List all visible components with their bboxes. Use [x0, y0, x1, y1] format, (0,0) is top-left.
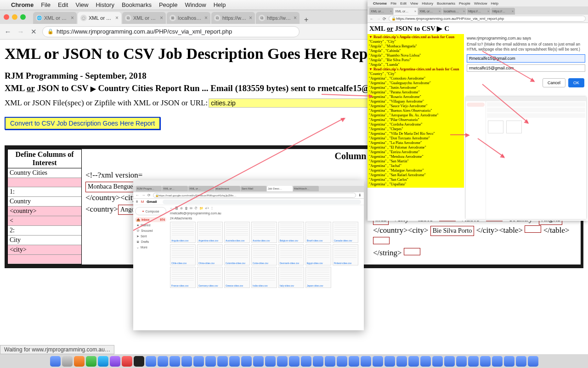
spam-icon[interactable]: ⊘ [180, 207, 183, 210]
unread-icon[interactable]: ✉ [190, 207, 192, 210]
attachment-tile[interactable]: Argentina-cities.csv [197, 222, 223, 243]
mini-tab[interactable]: localhos…× [442, 8, 466, 15]
tab-3[interactable]: 🗎localhos…× [167, 12, 210, 24]
sidebar-item[interactable]: ⌄More [135, 245, 166, 250]
tab-5[interactable]: ⧉https://w…× [256, 12, 300, 24]
close-icon[interactable]: × [115, 15, 119, 21]
dock-app[interactable] [480, 356, 491, 367]
xml-value-box[interactable] [404, 248, 420, 255]
window-minimize-icon[interactable] [12, 14, 17, 20]
menu-help[interactable]: Help [214, 1, 226, 8]
dock-app[interactable] [98, 356, 108, 367]
gmail-message-row[interactable] [487, 113, 585, 118]
dock-app[interactable] [241, 356, 252, 367]
play-icon[interactable]: ▶ [90, 85, 96, 92]
dock-app[interactable] [444, 356, 455, 367]
tab-0[interactable]: 🌐XML or …× [33, 12, 77, 24]
dock-app[interactable] [301, 356, 311, 367]
close-icon[interactable]: × [294, 15, 297, 21]
attachment-tile[interactable]: Australia-cities.csv [224, 222, 250, 243]
dock-app[interactable] [492, 356, 503, 367]
dock-app[interactable] [158, 356, 168, 367]
mini-menu[interactable]: People [459, 1, 470, 6]
attachment-tile[interactable]: Greece-cities.csv [224, 267, 250, 288]
dock-app[interactable] [253, 356, 264, 367]
attachment-tile[interactable]: Finland-cities.csv [333, 244, 358, 265]
col-cell[interactable]: City [8, 236, 81, 245]
dock-app[interactable] [193, 356, 204, 367]
compose-button[interactable]: +Compose [135, 207, 166, 215]
close-icon[interactable]: × [204, 15, 208, 21]
col-cell[interactable]: <city> [8, 245, 81, 255]
col-cell[interactable]: Country Cities [8, 168, 81, 178]
sidebar-item[interactable]: ⏱Snoozed [135, 228, 166, 233]
dock-app[interactable] [289, 356, 300, 367]
dock-app[interactable] [349, 356, 359, 367]
attachment-tile[interactable]: Brazil-cities.csv [305, 222, 331, 243]
xml-value-box[interactable] [373, 237, 390, 244]
attachment-tile[interactable]: Egypt-cities.csv [305, 244, 331, 265]
snooze-icon[interactable]: ⏱ [194, 207, 198, 210]
menu-edit[interactable]: Edit [58, 1, 68, 8]
attachment-tile[interactable]: Angola-cities.csv [170, 222, 196, 243]
gmail-attachment[interactable] [506, 121, 522, 133]
download-icon[interactable]: ⬇ [358, 193, 362, 197]
dock-app[interactable] [170, 356, 180, 367]
mini-tab[interactable]: XML or…× [418, 8, 442, 15]
dock-app[interactable] [504, 356, 514, 367]
forward-button[interactable]: → [17, 28, 25, 35]
dock-app[interactable] [528, 356, 538, 367]
more-icon[interactable]: ⋮ [210, 207, 214, 210]
dock-app[interactable] [205, 356, 216, 367]
xml-value-box[interactable]: Bie Silva Porto [430, 226, 475, 236]
xml-value-box[interactable]: Monbaca Benguela [85, 182, 140, 192]
gmail-side-item[interactable] [467, 113, 485, 117]
attachment-tile[interactable]: Cuba-cities.csv [251, 244, 277, 265]
dock-app[interactable] [432, 356, 443, 367]
menu-view[interactable]: View [75, 1, 88, 8]
attachment-tile[interactable]: Belgium-cities.csv [278, 222, 304, 243]
search-input[interactable] [163, 200, 361, 204]
mini-app[interactable]: Chrome [373, 1, 387, 6]
dock-app[interactable] [396, 356, 407, 367]
gmail-side-item[interactable] [467, 108, 485, 112]
forward-icon[interactable]: → [376, 17, 380, 21]
menu-icon[interactable]: ≡ [136, 200, 138, 204]
window-zoom-icon[interactable] [20, 14, 26, 20]
gb-tab[interactable]: MailAttach… [293, 186, 319, 191]
attachment-tile[interactable]: Italy-cities.csv [278, 267, 304, 288]
mini-menu[interactable]: History [422, 1, 433, 6]
dock-app[interactable] [408, 356, 419, 367]
menu-people[interactable]: People [159, 1, 177, 8]
dock-app[interactable] [384, 356, 395, 367]
dock-app[interactable] [86, 356, 96, 367]
close-icon[interactable]: × [160, 15, 163, 21]
dialog-input[interactable] [467, 54, 585, 63]
mini-menu[interactable]: File [390, 1, 396, 6]
attachment-tile[interactable]: Japan-cities.csv [305, 267, 331, 288]
close-icon[interactable]: × [249, 15, 252, 21]
menubar-app[interactable]: Chrome [11, 1, 34, 8]
col-cell[interactable] [8, 178, 81, 187]
back-icon[interactable]: ← [136, 193, 139, 197]
gmail-inbox[interactable] [467, 103, 485, 107]
sidebar-item[interactable]: ➤Sent [135, 234, 166, 239]
dock-app[interactable] [456, 356, 467, 367]
attachment-tile[interactable]: Canada-cities.csv [333, 222, 358, 243]
dock-app[interactable] [277, 356, 288, 367]
gmail-message-row[interactable] [487, 108, 585, 112]
mini-menu[interactable]: Window [474, 1, 487, 6]
mini-address-bar[interactable]: 🔒https://www.rjmprogramming.com.au/PHP/c… [389, 16, 586, 22]
gmail-attachment[interactable] [488, 121, 503, 133]
mini-menu[interactable]: Help [491, 1, 498, 6]
mini-menu[interactable]: View [410, 1, 418, 6]
gb-tab[interactable]: RJM Progra… [136, 186, 162, 191]
window-close-icon[interactable] [4, 14, 9, 20]
dialog-ok-button[interactable]: OK [568, 78, 584, 87]
dock-app[interactable] [146, 356, 156, 367]
dialog-input-shadow[interactable] [467, 64, 585, 72]
tab-4[interactable]: ⧉https://w…× [211, 12, 255, 24]
dock-app[interactable] [516, 356, 526, 367]
attachment-tile[interactable]: Denmark-cities.csv [278, 244, 304, 265]
dock-app[interactable] [229, 356, 240, 367]
